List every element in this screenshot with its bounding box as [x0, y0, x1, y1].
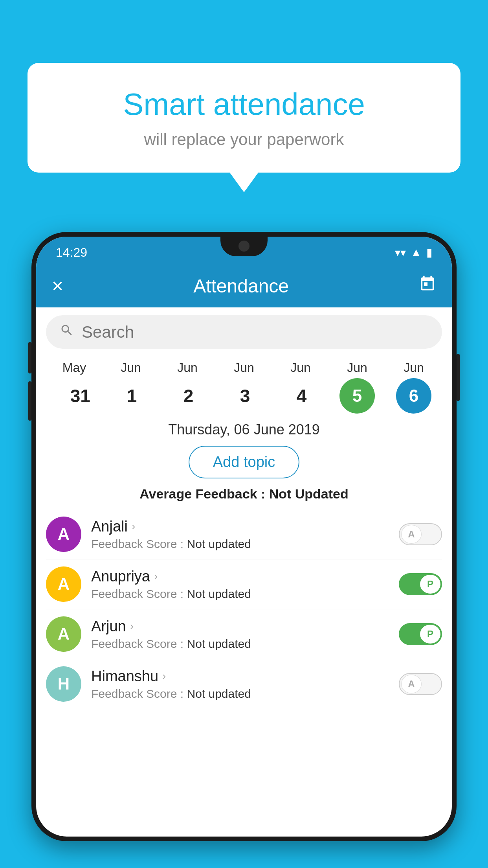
student-item-arjun[interactable]: A Arjun › Feedback Score : Not updated P — [46, 609, 442, 659]
power-button[interactable] — [457, 354, 460, 401]
chevron-icon-anupriya: › — [154, 570, 158, 583]
header-title: Attendance — [193, 275, 289, 297]
bubble-subtitle: will replace your paperwork — [59, 130, 429, 149]
search-input[interactable] — [82, 323, 428, 342]
calendar-month-2: Jun — [159, 360, 216, 375]
student-list: A Anjali › Feedback Score : Not updated … — [36, 509, 452, 709]
calendar-month-5: Jun — [329, 360, 385, 375]
avg-feedback-value: Not Updated — [269, 486, 349, 501]
avatar-himanshu: H — [46, 666, 81, 702]
student-name-arjun[interactable]: Arjun › — [91, 618, 389, 635]
calendar-day-4[interactable]: 4 — [272, 381, 329, 410]
calendar-day-5[interactable]: 5 — [329, 378, 385, 414]
phone-container: 14:29 ▾▾ ▲ ▮ × Attendance — [31, 232, 457, 868]
toggle-knob-arjun: P — [420, 625, 440, 644]
calendar-months-row: May Jun Jun Jun Jun Jun Jun — [46, 360, 442, 375]
bubble-title: Smart attendance — [59, 86, 429, 122]
signal-icon: ▲ — [411, 246, 422, 259]
calendar-day-2[interactable]: 2 — [159, 381, 216, 410]
calendar-day-31[interactable]: 31 — [46, 381, 103, 410]
add-topic-button[interactable]: Add topic — [189, 446, 299, 478]
chevron-icon-arjun: › — [130, 620, 134, 633]
attendance-toggle-arjun[interactable]: P — [399, 623, 442, 645]
avg-feedback-label: Average Feedback : — [139, 486, 265, 501]
chevron-icon-himanshu: › — [162, 670, 166, 682]
phone-notch — [220, 237, 268, 256]
volume-down-button[interactable] — [28, 381, 31, 421]
calendar-month-0: May — [46, 360, 103, 375]
student-feedback-arjun: Feedback Score : Not updated — [91, 637, 389, 651]
phone-screen: 14:29 ▾▾ ▲ ▮ × Attendance — [36, 237, 452, 837]
student-feedback-anupriya: Feedback Score : Not updated — [91, 587, 389, 601]
average-feedback: Average Feedback : Not Updated — [36, 486, 452, 502]
calendar-dates-row[interactable]: 31 1 2 3 4 5 — [46, 378, 442, 414]
calendar-strip: May Jun Jun Jun Jun Jun Jun 31 1 — [36, 357, 452, 414]
calendar-day-6[interactable]: 6 — [385, 378, 442, 414]
student-info-anjali: Anjali › Feedback Score : Not updated — [91, 518, 389, 551]
calendar-month-3: Jun — [216, 360, 272, 375]
student-info-anupriya: Anupriya › Feedback Score : Not updated — [91, 568, 389, 601]
attendance-toggle-anjali[interactable]: A — [399, 523, 442, 545]
status-time: 14:29 — [56, 245, 87, 260]
calendar-month-4: Jun — [272, 360, 329, 375]
search-bar[interactable] — [46, 315, 442, 349]
battery-icon: ▮ — [426, 246, 432, 259]
chevron-icon-anjali: › — [132, 520, 135, 533]
calendar-month-6: Jun — [385, 360, 442, 375]
close-button[interactable]: × — [52, 274, 63, 297]
toggle-knob-anjali: A — [401, 525, 422, 544]
toggle-knob-anupriya: P — [420, 575, 440, 594]
attendance-toggle-himanshu[interactable]: A — [399, 673, 442, 695]
avatar-anupriya: A — [46, 566, 81, 602]
app-header: × Attendance — [36, 264, 452, 307]
student-item-anjali[interactable]: A Anjali › Feedback Score : Not updated … — [46, 509, 442, 559]
search-icon — [60, 323, 74, 341]
speech-bubble: Smart attendance will replace your paper… — [28, 63, 460, 173]
student-feedback-himanshu: Feedback Score : Not updated — [91, 687, 389, 701]
calendar-icon[interactable] — [419, 275, 436, 296]
calendar-month-1: Jun — [103, 360, 159, 375]
student-item-anupriya[interactable]: A Anupriya › Feedback Score : Not update… — [46, 559, 442, 609]
calendar-day-1[interactable]: 1 — [103, 381, 159, 410]
speech-bubble-container: Smart attendance will replace your paper… — [28, 63, 460, 173]
avatar-arjun: A — [46, 616, 81, 652]
toggle-knob-himanshu: A — [401, 675, 422, 693]
phone-outer: 14:29 ▾▾ ▲ ▮ × Attendance — [31, 232, 457, 841]
student-info-arjun: Arjun › Feedback Score : Not updated — [91, 618, 389, 651]
status-icons: ▾▾ ▲ ▮ — [395, 246, 432, 259]
selected-date-label: Thursday, 06 June 2019 — [36, 421, 452, 438]
attendance-toggle-anupriya[interactable]: P — [399, 573, 442, 595]
student-feedback-anjali: Feedback Score : Not updated — [91, 537, 389, 551]
student-name-anjali[interactable]: Anjali › — [91, 518, 389, 535]
calendar-day-3[interactable]: 3 — [216, 381, 272, 410]
volume-up-button[interactable] — [28, 342, 31, 373]
student-name-anupriya[interactable]: Anupriya › — [91, 568, 389, 585]
student-item-himanshu[interactable]: H Himanshu › Feedback Score : Not update… — [46, 659, 442, 709]
wifi-icon: ▾▾ — [395, 246, 406, 259]
student-info-himanshu: Himanshu › Feedback Score : Not updated — [91, 668, 389, 701]
student-name-himanshu[interactable]: Himanshu › — [91, 668, 389, 685]
avatar-anjali: A — [46, 517, 81, 552]
front-camera — [238, 241, 250, 252]
